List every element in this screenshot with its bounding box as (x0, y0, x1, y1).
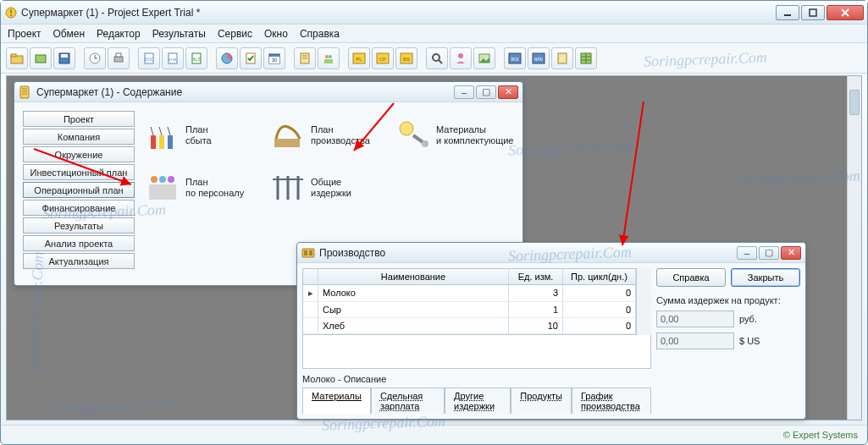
app-icon (4, 6, 18, 19)
chart-pie-icon[interactable] (216, 47, 238, 69)
nav-2[interactable]: Окружение (23, 146, 135, 162)
window-title: Супермаркет (1) - Project Expert Trial * (21, 7, 776, 19)
svg-point-63 (422, 140, 428, 147)
menubar: Проект Обмен Редактор Результаты Сервис … (1, 25, 867, 43)
production-titlebar[interactable]: Производство – ▢ ✕ (297, 243, 805, 263)
col-unit[interactable]: Ед. изм. (509, 269, 563, 284)
svg-rect-49 (558, 53, 567, 63)
maximize-button[interactable] (801, 5, 825, 20)
save-icon[interactable] (53, 47, 75, 69)
item-icon (145, 170, 180, 206)
folder-icon[interactable] (30, 47, 52, 69)
tab-3[interactable]: Продукты (511, 387, 572, 414)
currency-rub: руб. (739, 314, 757, 324)
calendar-icon[interactable]: 30 (263, 47, 285, 69)
xls-icon[interactable]: XLS (185, 47, 207, 69)
nav-7[interactable]: Анализ проекта (23, 235, 135, 251)
content-item-0[interactable]: Плансбыта (145, 111, 263, 160)
content-window-title: Супермаркет (1) - Содержание (36, 86, 454, 98)
nav-8[interactable]: Актуализация (23, 253, 135, 269)
tab-0[interactable]: Материалы (302, 387, 371, 414)
menu-help[interactable]: Справка (300, 28, 340, 40)
svg-rect-61 (274, 139, 300, 147)
item-icon (270, 118, 306, 153)
nav-3[interactable]: Инвестиционный план (23, 164, 135, 180)
clipboard2-icon[interactable] (551, 47, 573, 69)
content-close-button[interactable]: ✕ (498, 85, 518, 99)
svg-rect-11 (61, 54, 68, 58)
cell-unit: 3 (509, 285, 563, 301)
tab-1[interactable]: Сдельная зарплата (371, 387, 445, 414)
user-icon[interactable] (450, 47, 472, 69)
html-icon[interactable]: HTML (162, 47, 184, 69)
doc-icon[interactable]: DOC (138, 47, 160, 69)
production-minimize-button[interactable]: – (737, 246, 757, 260)
menu-window[interactable]: Окно (264, 28, 288, 40)
nav-4[interactable]: Операционный план (23, 182, 135, 198)
table-row[interactable]: ▸Молоко30 (303, 285, 636, 302)
menu-exchange[interactable]: Обмен (53, 28, 86, 40)
print-icon[interactable] (108, 47, 130, 69)
table-scrollbar[interactable] (637, 268, 651, 335)
nav-1[interactable]: Компания (23, 129, 135, 145)
scroll-thumb[interactable] (849, 90, 860, 115)
nav-6[interactable]: Результаты (23, 217, 135, 233)
content-maximize-button[interactable]: ▢ (476, 85, 496, 99)
menu-service[interactable]: Сервис (218, 28, 252, 40)
col-cycle[interactable]: Пр. цикл(дн.) (563, 269, 636, 284)
nav-5[interactable]: Финансирование (23, 200, 135, 216)
titlebar: Супермаркет (1) - Project Expert Trial * (1, 1, 867, 25)
clipboard-icon[interactable] (294, 47, 316, 69)
production-window-icon (301, 246, 315, 260)
menu-results[interactable]: Результаты (152, 28, 206, 40)
bs-icon[interactable]: BS (395, 47, 417, 69)
tab-2[interactable]: Другие издержки (445, 387, 511, 414)
clipboard-check-icon[interactable] (240, 47, 262, 69)
picture-icon[interactable] (473, 47, 495, 69)
help-button[interactable]: Справка (656, 268, 726, 287)
pl-icon[interactable]: PL (348, 47, 370, 69)
table-row[interactable]: Хлеб100 (303, 318, 636, 334)
content-minimize-button[interactable]: – (454, 85, 474, 99)
nav-column: ПроектКомпанияОкружениеИнвестиционный пл… (23, 111, 135, 269)
cell-cycle: 0 (563, 302, 636, 317)
menu-editor[interactable]: Редактор (97, 28, 141, 40)
svg-point-64 (151, 176, 158, 183)
mdi-scrollbar[interactable] (847, 76, 861, 420)
npv-icon[interactable]: NPV (528, 47, 550, 69)
people-icon[interactable] (318, 47, 340, 69)
sum-label: Сумма издержек на продукт: (656, 295, 800, 305)
close-production-button[interactable]: Закрыть (731, 268, 800, 287)
table-row[interactable]: Сыр10 (303, 302, 636, 318)
close-button[interactable] (827, 5, 864, 20)
content-item-2[interactable]: Материалыи комплектующие (395, 111, 514, 160)
product-description-label: Молоко - Описание (302, 372, 651, 386)
nav-0[interactable]: Проект (23, 111, 135, 127)
svg-rect-54 (20, 86, 29, 98)
folder-open-icon[interactable] (6, 47, 28, 69)
item-label: Планпо персоналу (185, 177, 244, 199)
production-maximize-button[interactable]: ▢ (759, 246, 779, 260)
menu-project[interactable]: Проект (8, 28, 41, 40)
content-item-3[interactable]: Планпо персоналу (145, 163, 263, 212)
cf-icon[interactable]: CF (372, 47, 394, 69)
svg-rect-15 (114, 57, 123, 62)
content-item-1[interactable]: Планпроизводства (270, 111, 389, 160)
svg-text:BS: BS (403, 57, 410, 62)
svg-text:ROI: ROI (511, 57, 519, 62)
content-item-4[interactable]: Общиеиздержки (270, 163, 389, 212)
col-name[interactable]: Наименование (318, 269, 509, 284)
content-titlebar[interactable]: Супермаркет (1) - Содержание – ▢ ✕ (14, 82, 522, 102)
table-icon[interactable] (575, 47, 597, 69)
tab-4[interactable]: График производства (572, 387, 651, 414)
minimize-button[interactable] (776, 5, 799, 20)
svg-text:30: 30 (272, 58, 278, 63)
cost-rub-field[interactable]: 0,00 (656, 310, 734, 327)
cost-usd-field[interactable]: 0,00 (656, 332, 734, 349)
main-window: Супермаркет (1) - Project Expert Trial *… (0, 0, 868, 445)
roi-icon[interactable]: ROI (504, 47, 526, 69)
clock-icon[interactable] (84, 47, 106, 69)
zoom-icon[interactable] (426, 47, 448, 69)
production-close-button[interactable]: ✕ (781, 246, 801, 260)
cell-unit: 1 (509, 302, 563, 317)
